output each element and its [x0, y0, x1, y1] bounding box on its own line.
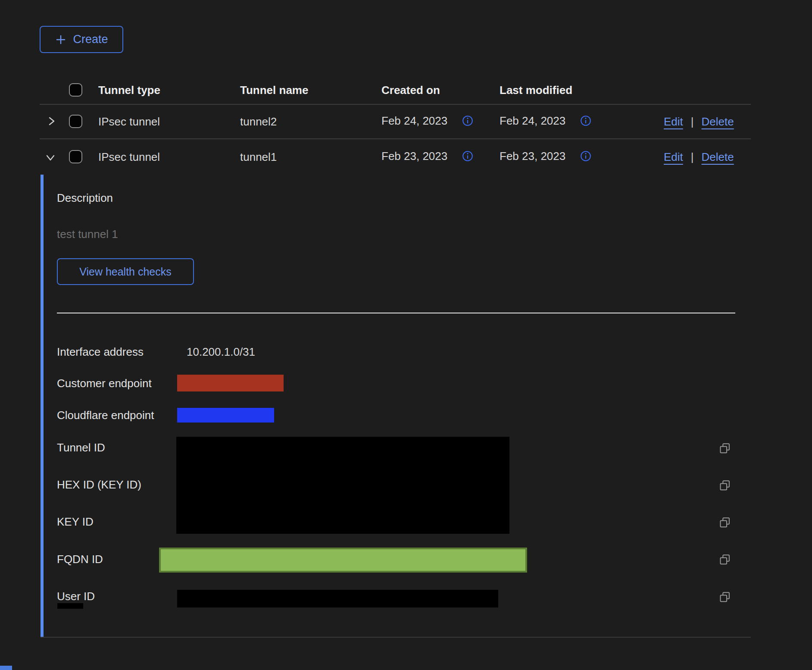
- row-1-checkbox[interactable]: [69, 115, 82, 128]
- copy-icon-tunnel-id[interactable]: [719, 442, 731, 454]
- description-value: test tunnel 1: [57, 227, 118, 241]
- column-header-created-on: Created on: [381, 83, 440, 97]
- column-header-tunnel-name: Tunnel name: [240, 83, 308, 97]
- description-label: Description: [57, 191, 113, 205]
- field-label-tunnel-id: Tunnel ID: [57, 441, 105, 454]
- info-icon[interactable]: [580, 115, 591, 126]
- row-2-last-modified-cell: Feb 23, 2023: [500, 149, 591, 163]
- field-label-hex-id: HEX ID (KEY ID): [57, 478, 141, 492]
- field-label-cloudflare-endpoint: Cloudflare endpoint: [57, 408, 154, 422]
- row-2-tunnel-type: IPsec tunnel: [98, 150, 160, 164]
- plus-icon: [55, 34, 67, 46]
- tunnels-page: Create Tunnel type Tunnel name Created o…: [0, 0, 812, 670]
- row-1-expand-chevron-right-icon[interactable]: [45, 115, 58, 128]
- row-1-tunnel-type: IPsec tunnel: [98, 115, 160, 128]
- row-1-edit-link[interactable]: Edit: [664, 115, 683, 128]
- header-divider: [40, 104, 751, 105]
- expansion-indicator-bar: [41, 175, 44, 638]
- copy-icon-key-id[interactable]: [719, 517, 731, 529]
- row-1-created-on: Feb 24, 2023: [381, 114, 447, 128]
- row-2-checkbox[interactable]: [69, 150, 82, 163]
- bottom-left-accent-bar: [0, 666, 12, 670]
- redaction-blue-block-cloudflare-endpoint: [177, 408, 274, 423]
- redaction-red-block-customer-endpoint: [177, 375, 284, 391]
- create-button[interactable]: Create: [40, 26, 123, 53]
- redaction-black-strip: [57, 603, 83, 609]
- field-label-fqdn-id: FQDN ID: [57, 552, 103, 566]
- action-separator: |: [691, 115, 694, 128]
- redaction-black-block-ids: [176, 437, 509, 534]
- copy-icon-hex-id[interactable]: [719, 479, 731, 492]
- column-header-last-modified: Last modified: [500, 83, 572, 97]
- row-2-tunnel-name: tunnel1: [240, 150, 277, 164]
- row-1-actions: Edit | Delete: [664, 115, 734, 128]
- section-divider: [57, 313, 735, 313]
- row-2-delete-link[interactable]: Delete: [702, 150, 734, 164]
- row-2-collapse-chevron-down-icon[interactable]: [44, 151, 57, 164]
- row-1-delete-link[interactable]: Delete: [702, 115, 734, 128]
- copy-icon-user-id[interactable]: [719, 591, 731, 603]
- copy-icon-fqdn-id[interactable]: [719, 554, 731, 566]
- row-2-edit-link[interactable]: Edit: [664, 150, 683, 164]
- view-health-checks-button[interactable]: View health checks: [57, 258, 194, 285]
- field-value-interface-address: 10.200.1.0/31: [187, 345, 255, 359]
- create-button-label: Create: [73, 33, 108, 46]
- info-icon[interactable]: [462, 150, 473, 162]
- row-2-created-on-cell: Feb 23, 2023: [381, 149, 473, 163]
- field-label-interface-address: Interface address: [57, 345, 144, 359]
- row-divider: [40, 138, 751, 139]
- field-label-customer-endpoint: Customer endpoint: [57, 376, 152, 390]
- field-label-user-id: User ID: [57, 589, 95, 603]
- redaction-green-block-fqdn-id: [159, 548, 527, 573]
- select-all-checkbox[interactable]: [69, 83, 82, 97]
- row-2-actions: Edit | Delete: [664, 150, 734, 164]
- info-icon[interactable]: [462, 115, 473, 126]
- action-separator: |: [691, 150, 694, 164]
- info-icon[interactable]: [580, 150, 591, 162]
- row-1-tunnel-name: tunnel2: [240, 115, 277, 128]
- row-2-created-on: Feb 23, 2023: [381, 149, 447, 163]
- row-2-last-modified: Feb 23, 2023: [500, 149, 565, 163]
- column-header-tunnel-type: Tunnel type: [98, 83, 160, 97]
- row-1-last-modified: Feb 24, 2023: [500, 114, 565, 128]
- row-1-last-modified-cell: Feb 24, 2023: [500, 114, 591, 128]
- field-label-key-id: KEY ID: [57, 515, 94, 529]
- expanded-row-bottom-border: [41, 637, 751, 638]
- row-1-created-on-cell: Feb 24, 2023: [381, 114, 473, 128]
- redaction-black-block-user-id: [177, 590, 498, 607]
